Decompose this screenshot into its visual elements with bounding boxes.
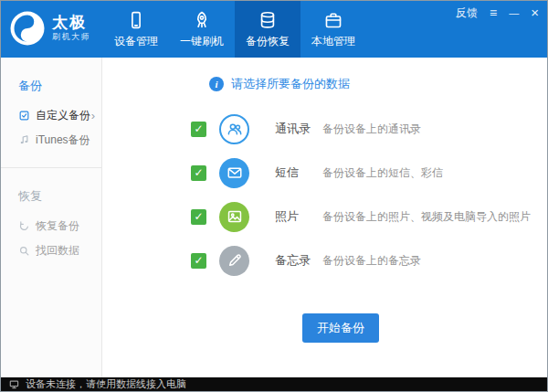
backup-item-description: 备份设备上的照片、视频及电脑导入的照片 [322, 209, 531, 225]
topbar: 太极 刷机大师 设备管理 一键刷机 备份恢复 本地管理 反馈 [1, 1, 547, 58]
sidebar-item-itunes-backup[interactable]: iTunes备份 [1, 128, 101, 153]
feedback-link[interactable]: 反馈 [456, 7, 478, 18]
sidebar-section-items: 恢复备份 找回数据 [1, 214, 101, 263]
restore-arrow-icon [18, 220, 30, 232]
magnifier-icon [18, 245, 30, 257]
database-icon [258, 10, 278, 30]
tab-backup[interactable]: 备份恢复 [235, 1, 300, 58]
content-panel: 请选择所要备份的数据 通讯录 备份设备上的通讯录 短信 备份设备上的短信、彩信 … [102, 58, 547, 377]
sidebar-item-label: 找回数据 [36, 243, 79, 259]
app-window: 太极 刷机大师 设备管理 一键刷机 备份恢复 本地管理 反馈 备份 自定义备份 … [0, 0, 548, 392]
tab-label: 备份恢复 [246, 34, 290, 49]
envelope-icon [219, 158, 249, 188]
tab-label: 本地管理 [311, 34, 355, 49]
tab-local[interactable]: 本地管理 [300, 1, 366, 58]
backup-item-description: 备份设备上的通讯录 [322, 122, 421, 137]
pencil-icon [219, 246, 249, 276]
backup-item-label: 通讯录 [275, 121, 322, 137]
monitor-icon [9, 379, 20, 390]
info-icon [209, 77, 224, 91]
backup-item-description: 备份设备上的短信、彩信 [322, 165, 443, 181]
backup-item-label: 备忘录 [275, 252, 322, 269]
checklist-icon [18, 110, 30, 122]
sidebar-item-label: 恢复备份 [36, 218, 79, 234]
chevron-right-icon [91, 109, 95, 122]
content-header-text: 请选择所要备份的数据 [231, 76, 350, 92]
main-nav: 设备管理 一键刷机 备份恢复 本地管理 [103, 1, 366, 58]
contacts-checkbox[interactable] [191, 122, 206, 137]
window-body: 备份 自定义备份 iTunes备份 恢复 恢复备份 找回数据 请选择所要备份的数… [1, 58, 547, 377]
backup-item-list: 通讯录 备份设备上的通讯录 短信 备份设备上的短信、彩信 照片 备份设备上的照片… [191, 107, 547, 282]
app-logo: 太极 刷机大师 [9, 10, 90, 47]
tab-flash[interactable]: 一键刷机 [169, 1, 235, 58]
phone-icon [126, 10, 146, 30]
app-title: 太极 [52, 14, 90, 32]
backup-item-memos: 备忘录 备份设备上的备忘录 [191, 238, 547, 282]
sidebar-item-recover-data[interactable]: 找回数据 [1, 238, 101, 263]
menu-icon[interactable] [490, 6, 497, 19]
logo-text: 太极 刷机大师 [52, 14, 90, 44]
taiji-logo-icon [9, 10, 46, 47]
toolbox-icon [323, 10, 343, 30]
tab-label: 一键刷机 [180, 34, 224, 49]
window-controls: 反馈 [456, 5, 539, 19]
photo-icon [219, 202, 249, 232]
backup-item-contacts: 通讯录 备份设备上的通讯录 [191, 107, 547, 151]
sidebar-item-restore-backup[interactable]: 恢复备份 [1, 214, 101, 238]
close-icon[interactable] [531, 5, 539, 19]
sidebar: 备份 自定义备份 iTunes备份 恢复 恢复备份 找回数据 [1, 58, 102, 377]
start-backup-button[interactable]: 开始备份 [302, 313, 379, 343]
sidebar-section-backup: 备份 自定义备份 iTunes备份 [1, 58, 101, 153]
sidebar-item-label: iTunes备份 [36, 132, 90, 148]
backup-item-label: 照片 [275, 208, 322, 225]
backup-item-sms: 短信 备份设备上的短信、彩信 [191, 151, 547, 195]
status-text: 设备未连接，请使用数据线接入电脑 [26, 379, 186, 389]
sidebar-item-label: 自定义备份 [36, 108, 90, 123]
backup-item-label: 短信 [275, 164, 322, 181]
sidebar-section-restore: 恢复 恢复备份 找回数据 [1, 167, 101, 263]
rocket-icon [192, 10, 212, 30]
tab-label: 设备管理 [114, 34, 158, 49]
minimize-icon[interactable] [509, 7, 519, 18]
music-note-icon [18, 134, 30, 146]
sidebar-section-items: 自定义备份 iTunes备份 [1, 103, 101, 153]
app-subtitle: 刷机大师 [52, 31, 90, 43]
contacts-icon [219, 114, 249, 144]
sidebar-item-custom-backup[interactable]: 自定义备份 [1, 103, 101, 128]
statusbar: 设备未连接，请使用数据线接入电脑 [1, 377, 547, 391]
sidebar-section-title: 备份 [1, 78, 101, 94]
backup-item-photos: 照片 备份设备上的照片、视频及电脑导入的照片 [191, 195, 547, 238]
backup-item-description: 备份设备上的备忘录 [322, 253, 421, 269]
sms-checkbox[interactable] [191, 165, 206, 181]
content-header: 请选择所要备份的数据 [209, 76, 547, 92]
photos-checkbox[interactable] [191, 209, 206, 225]
sidebar-section-title: 恢复 [1, 188, 101, 205]
memos-checkbox[interactable] [191, 253, 206, 269]
tab-device[interactable]: 设备管理 [103, 1, 169, 58]
